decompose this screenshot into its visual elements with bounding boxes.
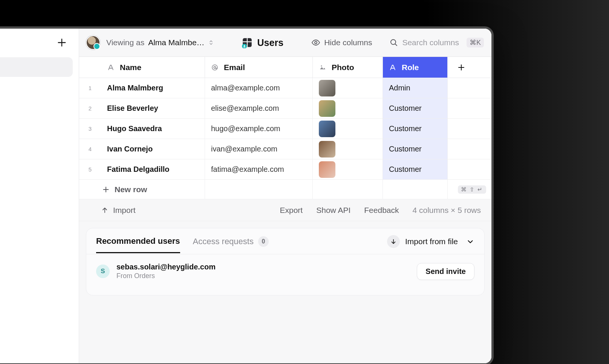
at-icon xyxy=(211,64,219,71)
cell-photo[interactable] xyxy=(313,78,383,98)
row-index: 4 xyxy=(79,139,101,159)
import-label: Import xyxy=(113,206,136,215)
row-index: 1 xyxy=(79,78,101,98)
cell-role[interactable]: Customer xyxy=(383,119,448,139)
cell-email[interactable]: fatima@example.com xyxy=(205,159,313,179)
export-button[interactable]: Export xyxy=(280,206,303,215)
photo-thumb xyxy=(319,161,335,178)
cell-name[interactable]: Elise Beverley xyxy=(101,98,205,118)
text-icon xyxy=(107,64,115,71)
cell-name[interactable]: Hugo Saavedra xyxy=(101,119,205,139)
cell-email[interactable]: hugo@example.com xyxy=(205,119,313,139)
hide-columns-label: Hide columns xyxy=(324,38,372,47)
add-button[interactable] xyxy=(55,35,69,50)
tab-requests-label: Access requests xyxy=(193,237,254,246)
cell-role[interactable]: Customer xyxy=(383,139,448,159)
new-row-button[interactable]: New row ⌘ ⇧ ↵ xyxy=(79,180,491,199)
column-photo-label: Photo xyxy=(332,63,354,72)
row-index: 3 xyxy=(79,119,101,139)
show-api-button[interactable]: Show API xyxy=(316,206,350,215)
row-index: 2 xyxy=(79,98,101,118)
sidebar: ns xyxy=(0,29,79,363)
column-name[interactable]: Name xyxy=(101,57,205,78)
search-columns[interactable]: Search columns ⌘K xyxy=(389,38,484,47)
recommended-user-row: S sebas.solari@heyglide.com From Orders … xyxy=(96,263,474,280)
main-panel: Viewing as Alma Malmbe… Users Hide colum… xyxy=(79,29,491,363)
tab-recommended-users[interactable]: Recommended users xyxy=(96,236,180,253)
tab-recommended-label: Recommended users xyxy=(96,236,180,246)
import-from-file-label: Import from file xyxy=(405,237,458,246)
column-index xyxy=(79,57,101,78)
recommendations-panel: Recommended users Access requests 0 Impo… xyxy=(86,228,485,295)
search-shortcut: ⌘K xyxy=(467,38,484,47)
search-placeholder: Search columns xyxy=(402,38,459,47)
table-row[interactable]: 1 Alma Malmberg alma@example.com Admin xyxy=(79,78,491,98)
table-row[interactable]: 3 Hugo Saavedra hugo@example.com Custome… xyxy=(79,119,491,139)
cell-role[interactable]: Customer xyxy=(383,98,448,118)
column-role[interactable]: Role xyxy=(383,57,448,78)
column-name-label: Name xyxy=(120,63,141,72)
download-icon-wrap xyxy=(387,235,400,248)
table-counts: 4 columns × 5 rows xyxy=(413,206,481,215)
cell-name[interactable]: Fatima Delgadillo xyxy=(101,159,205,179)
tab-access-requests[interactable]: Access requests 0 xyxy=(193,236,269,253)
arrow-down-icon xyxy=(390,238,397,245)
text-icon xyxy=(389,64,396,71)
cell-email[interactable]: elise@example.com xyxy=(205,98,313,118)
new-row-shortcut: ⌘ ⇧ ↵ xyxy=(458,185,486,194)
topbar: Viewing as Alma Malmbe… Users Hide colum… xyxy=(79,29,491,57)
image-icon xyxy=(319,64,326,71)
sidebar-item-active[interactable] xyxy=(0,57,73,77)
svg-point-7 xyxy=(321,65,322,66)
search-icon xyxy=(389,38,398,47)
cell-name[interactable]: Ivan Cornejo xyxy=(101,139,205,159)
column-role-label: Role xyxy=(402,63,419,72)
chevron-updown-icon xyxy=(208,39,214,46)
photo-thumb xyxy=(319,141,335,158)
plus-icon xyxy=(457,63,466,72)
cell-role[interactable]: Admin xyxy=(383,78,448,98)
avatar-letter: S xyxy=(96,265,110,278)
cell-role[interactable]: Customer xyxy=(383,159,448,179)
table-row[interactable]: 5 Fatima Delgadillo fatima@example.com C… xyxy=(79,159,491,180)
cell-photo[interactable] xyxy=(313,159,383,179)
column-email-label: Email xyxy=(224,63,245,72)
chevron-down-icon xyxy=(466,237,474,246)
cell-photo[interactable] xyxy=(313,119,383,139)
page-title: Users xyxy=(257,37,284,48)
svg-point-2 xyxy=(243,45,245,46)
table-row[interactable]: 2 Elise Beverley elise@example.com Custo… xyxy=(79,98,491,119)
table-header: Name Email Photo Role xyxy=(79,57,491,78)
import-button[interactable]: Import xyxy=(101,206,136,215)
import-from-file-button[interactable]: Import from file xyxy=(387,235,474,254)
new-row-label: New row xyxy=(115,185,147,194)
row-index: 5 xyxy=(79,159,101,179)
cell-email[interactable]: alma@example.com xyxy=(205,78,313,98)
add-column-button[interactable] xyxy=(448,57,475,78)
table-footer: Import Export Show API Feedback 4 column… xyxy=(79,199,491,221)
svg-point-3 xyxy=(315,41,317,44)
app-window: ns Viewing as Alma Malmbe… Users xyxy=(0,26,494,364)
send-invite-button[interactable]: Send invite xyxy=(417,263,474,280)
column-photo[interactable]: Photo xyxy=(313,57,383,78)
requests-count-badge: 0 xyxy=(258,236,269,247)
cell-name[interactable]: Alma Malmberg xyxy=(101,78,205,98)
photo-thumb xyxy=(319,100,335,117)
cell-email[interactable]: ivan@example.com xyxy=(205,139,313,159)
recommended-user-email: sebas.solari@heyglide.com xyxy=(116,263,216,271)
cell-photo[interactable] xyxy=(313,98,383,118)
plus-icon xyxy=(57,37,67,48)
svg-point-5 xyxy=(212,65,217,70)
feedback-button[interactable]: Feedback xyxy=(364,206,399,215)
arrow-up-icon xyxy=(101,206,109,214)
viewing-name: Alma Malmbe… xyxy=(148,38,204,47)
photo-thumb xyxy=(319,80,335,96)
hide-columns-button[interactable]: Hide columns xyxy=(311,38,372,47)
column-email[interactable]: Email xyxy=(205,57,313,78)
avatar[interactable] xyxy=(87,36,99,49)
eye-icon xyxy=(311,38,320,47)
viewing-prefix: Viewing as xyxy=(106,38,144,47)
cell-photo[interactable] xyxy=(313,139,383,159)
table-row[interactable]: 4 Ivan Cornejo ivan@example.com Customer xyxy=(79,139,491,159)
viewing-as-selector[interactable]: Viewing as Alma Malmbe… xyxy=(106,38,214,47)
